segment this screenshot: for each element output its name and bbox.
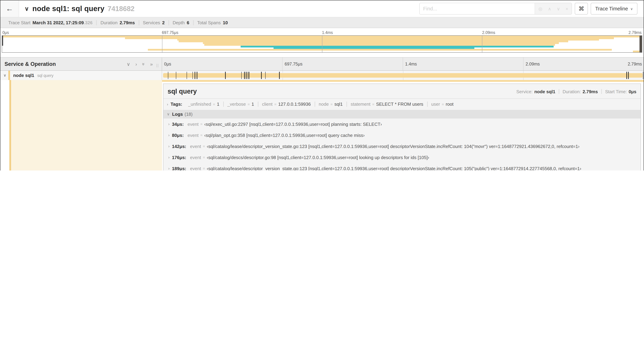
chevron-right-icon[interactable]: › xyxy=(168,166,170,171)
next-match-icon[interactable]: ∨ xyxy=(557,6,560,11)
chevron-right-icon[interactable]: › xyxy=(168,155,170,159)
log-row[interactable]: › 80μs: event = ‹sql/plan_opt.go:358 [ns… xyxy=(164,130,640,141)
command-icon: ⌘ xyxy=(578,5,584,12)
locate-icon[interactable]: ◎ xyxy=(538,6,542,11)
span-operation-name: sql query xyxy=(38,73,54,78)
trace-id: 7418682 xyxy=(108,5,134,13)
minimap-canvas[interactable] xyxy=(2,35,642,53)
equals-sign: = xyxy=(248,102,250,106)
meta-label: Duration: xyxy=(563,89,581,94)
log-tick xyxy=(192,72,193,79)
view-selector-button[interactable]: Trace Timeline ∨ xyxy=(591,3,638,15)
tag-item: _unfinished = 1 xyxy=(184,102,224,107)
span-duration-bar[interactable] xyxy=(163,73,642,78)
service-operation-title: Service & Operation xyxy=(4,61,56,67)
log-field-value: ‹sql/plan_opt.go:358 [nsql1,client=127.0… xyxy=(204,133,365,138)
collapse-all-icon[interactable]: » xyxy=(141,63,146,65)
find-input[interactable] xyxy=(420,3,534,14)
log-row[interactable]: › 34μs: event = ‹sql/exec_util.go:2297 [… xyxy=(164,119,640,130)
prev-match-icon[interactable]: ∧ xyxy=(548,6,551,11)
ruler-column: 697.75μs xyxy=(282,58,403,70)
clear-find-icon[interactable]: × xyxy=(566,6,568,11)
summary-label: Total Spans xyxy=(197,20,221,25)
logs-count: (18) xyxy=(184,112,192,117)
keyboard-shortcuts-button[interactable]: ⌘ xyxy=(575,3,588,15)
view-selector-label: Trace Timeline xyxy=(595,6,628,12)
trace-minimap: 0μs 697.75μs 1.4ms 2.09ms 2.79ms xyxy=(0,28,644,53)
log-tick xyxy=(168,72,168,79)
tag-value: 1 xyxy=(252,102,254,107)
logs-header[interactable]: ∨ Logs (18) xyxy=(164,110,640,119)
chevron-right-icon[interactable]: › xyxy=(168,133,170,137)
log-timestamp: 80μs: xyxy=(172,133,184,138)
span-row[interactable]: ∨ node sql1 sql query xyxy=(0,71,644,80)
collapse-controls: ∨ › » » xyxy=(127,61,153,67)
find-controls: ◎ ∧ ∨ × xyxy=(534,3,572,14)
tag-value: 1 xyxy=(217,102,219,107)
trace-timeline-page: ← ∨ node sql1: sql query 7418682 ◎ ∧ ∨ ×… xyxy=(0,0,644,171)
minimap-span-bar xyxy=(148,49,612,51)
tag-value: 127.0.0.1:59936 xyxy=(278,102,311,107)
log-tick xyxy=(197,72,197,79)
expand-one-icon[interactable]: › xyxy=(136,61,137,67)
tag-key: node xyxy=(319,102,329,107)
minimap-right-handle[interactable] xyxy=(640,36,642,52)
ruler-label: 697.75μs xyxy=(284,62,302,66)
log-field-key: event xyxy=(188,121,198,127)
log-row[interactable]: › 176μs: event = ‹sql/catalog/descs/desc… xyxy=(164,152,640,163)
log-field-key: event xyxy=(190,155,201,160)
log-tick xyxy=(248,72,249,79)
span-row-name-cell[interactable]: ∨ node sql1 sql query xyxy=(0,71,162,80)
summary-item: Depth 6 xyxy=(169,20,193,25)
log-tick xyxy=(279,72,280,79)
chevron-right-icon[interactable]: › xyxy=(168,144,170,148)
log-field-key: event xyxy=(190,144,201,149)
detail-operation-title: sql query xyxy=(168,88,197,95)
collapse-one-icon[interactable]: ∨ xyxy=(127,61,130,67)
tags-row[interactable]: › Tags: _unfinished = 1 _verbose xyxy=(164,99,640,109)
log-tick xyxy=(248,72,248,79)
tag-key: client xyxy=(262,102,272,107)
tag-item: user = root xyxy=(428,102,457,107)
chevron-right-icon[interactable]: › xyxy=(168,122,170,126)
log-timestamp: 176μs: xyxy=(172,155,186,160)
tag-key: user xyxy=(431,102,440,107)
page-title: node sql1: sql query xyxy=(32,5,104,13)
meta-value: 0μs xyxy=(628,89,636,94)
summary-value: 6 xyxy=(187,20,189,25)
detail-row-accent xyxy=(11,80,162,84)
summary-value: March 31 2022, 17:25:09 xyxy=(32,20,84,25)
tag-key: _unfinished xyxy=(188,102,211,107)
minimap-tick-label: 2.79ms xyxy=(628,31,642,35)
minimap-gridline xyxy=(322,36,322,52)
equals-sign: = xyxy=(203,155,205,159)
back-button[interactable]: ← xyxy=(0,0,19,17)
spacer xyxy=(0,53,644,57)
chevron-down-icon[interactable]: ∨ xyxy=(167,112,170,116)
span-row-timeline-cell[interactable] xyxy=(162,71,644,80)
minimap-left-handle[interactable] xyxy=(2,36,3,46)
minimap-ruler: 0μs 697.75μs 1.4ms 2.09ms 2.79ms xyxy=(2,28,642,35)
summary-item: Total Spans 10 xyxy=(193,20,232,25)
minimap-span-bar xyxy=(179,41,568,43)
log-field-value: ‹sql/catalog/lease/descriptor_version_st… xyxy=(207,144,580,149)
summary-label: Depth xyxy=(172,20,184,25)
log-row[interactable]: › 189μs: event = ‹sql/catalog/lease/desc… xyxy=(164,163,640,171)
log-tick xyxy=(628,72,628,79)
ruler-column: 0μs xyxy=(162,58,282,70)
log-timestamp: 189μs: xyxy=(172,166,186,171)
expand-all-icon[interactable]: » xyxy=(150,61,153,67)
span-expander-icon[interactable]: ∨ xyxy=(4,73,6,78)
log-tick xyxy=(176,72,176,79)
collapse-trace-icon[interactable]: ∨ xyxy=(24,5,29,12)
column-resizer-grip[interactable]: || xyxy=(156,63,159,67)
tag-key: _verbose xyxy=(227,102,246,107)
summary-value-fraction: .326 xyxy=(84,20,92,25)
summary-item: Duration 2.79ms xyxy=(97,20,139,25)
tag-item: _verbose = 1 xyxy=(224,102,258,107)
tag-item: statement = SELECT * FROM users xyxy=(347,102,428,107)
timeline-header: Service & Operation ∨ › » » || 0μs 697.7… xyxy=(0,57,644,71)
detail-row-accent xyxy=(11,84,162,171)
chevron-right-icon[interactable]: › xyxy=(167,102,168,106)
log-row[interactable]: › 142μs: event = ‹sql/catalog/lease/desc… xyxy=(164,141,640,152)
